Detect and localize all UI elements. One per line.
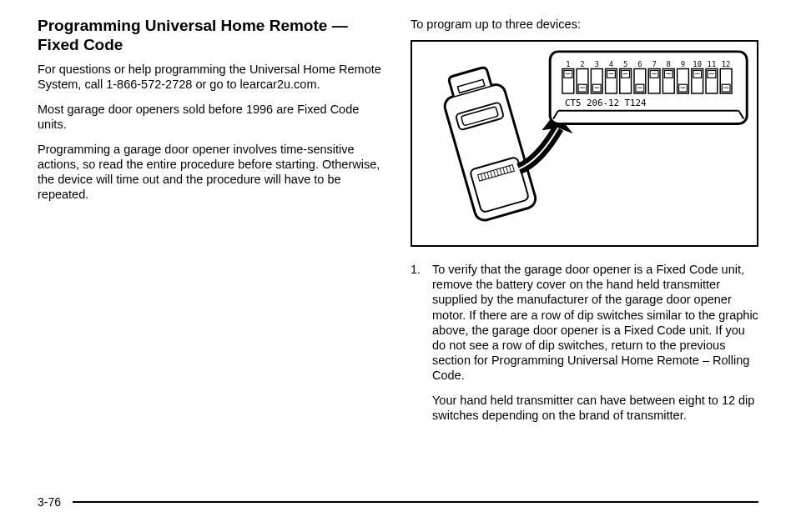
svg-rect-55 [679, 84, 688, 92]
svg-text:4: 4 [609, 60, 613, 68]
paragraph: Programming a garage door opener involve… [38, 142, 385, 203]
svg-rect-67 [722, 84, 730, 92]
svg-rect-31 [592, 84, 601, 92]
svg-rect-39 [622, 71, 630, 78]
ordered-list: 1. To verify that the garage door opener… [411, 262, 758, 423]
svg-text:3: 3 [595, 60, 599, 68]
svg-text:2: 2 [580, 60, 584, 68]
list-item: 1. To verify that the garage door opener… [432, 262, 758, 383]
list-marker: 1. [411, 262, 421, 277]
paragraph: For questions or help programming the Un… [38, 62, 385, 92]
svg-text:1: 1 [566, 60, 570, 68]
svg-rect-23 [564, 71, 572, 78]
list-text: To verify that the garage door opener is… [432, 263, 758, 382]
svg-text:7: 7 [652, 60, 656, 68]
svg-text:12: 12 [722, 60, 731, 68]
svg-rect-51 [664, 71, 673, 78]
svg-rect-47 [650, 71, 658, 78]
svg-rect-35 [607, 71, 616, 78]
svg-text:9: 9 [681, 60, 685, 68]
section-heading: Programming Universal Home Remote — Fixe… [38, 17, 385, 55]
footer-rule [73, 501, 758, 503]
paragraph: Most garage door openers sold before 199… [38, 102, 385, 132]
svg-rect-27 [578, 84, 587, 92]
dip-switch-illustration: 123456789101112 CT5 206-12 T124 [412, 42, 757, 245]
svg-text:6: 6 [637, 60, 642, 68]
lead-text: To program up to three devices: [411, 17, 758, 32]
svg-rect-59 [693, 71, 702, 78]
right-column: To program up to three devices: [411, 17, 758, 433]
list-subtext: Your hand held transmitter can have betw… [432, 393, 758, 423]
dip-label: CT5 206-12 T124 [565, 98, 647, 108]
page-number: 3-76 [38, 495, 61, 509]
svg-text:11: 11 [708, 60, 717, 68]
svg-text:5: 5 [623, 60, 627, 68]
svg-rect-63 [708, 71, 716, 78]
figure-box: 123456789101112 CT5 206-12 T124 [411, 40, 758, 247]
page-footer: 3-76 [38, 495, 758, 509]
left-column: Programming Universal Home Remote — Fixe… [38, 17, 385, 433]
svg-rect-43 [636, 84, 644, 92]
svg-text:8: 8 [667, 60, 671, 68]
svg-text:10: 10 [693, 60, 702, 68]
